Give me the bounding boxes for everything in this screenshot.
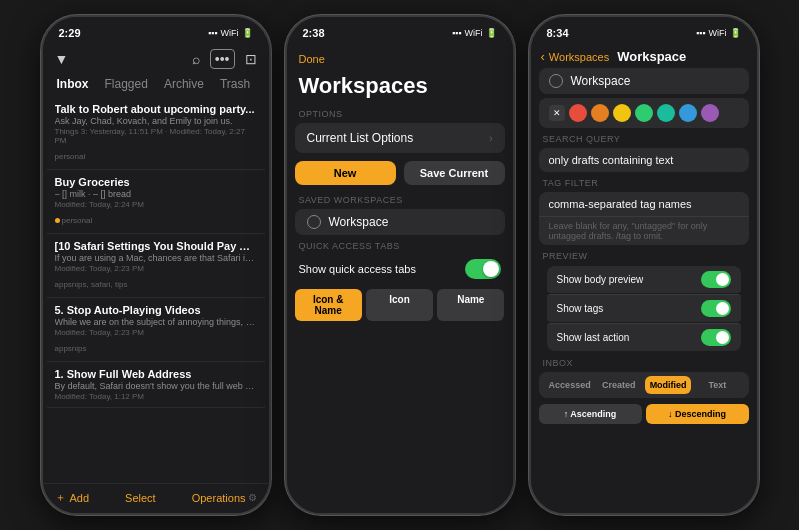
icon-button[interactable]: Icon <box>366 289 433 321</box>
list-item[interactable]: Talk to Robert about upcoming party... A… <box>47 97 265 170</box>
done-button[interactable]: Done <box>299 53 325 65</box>
search-query-input[interactable]: only drafts containing text <box>539 148 749 172</box>
workspace-row[interactable]: Workspace <box>295 209 505 235</box>
screen-3: 8:34 ▪▪▪ WiFi 🔋 ‹ Workspaces Workspace W… <box>531 17 757 513</box>
show-body-toggle[interactable] <box>701 271 731 288</box>
back-button[interactable]: Workspaces <box>549 51 609 63</box>
phone-1: 2:29 ▪▪▪ WiFi 🔋 ▼ ⌕ ••• ⊡ Inbox Flagged … <box>41 15 271 515</box>
filter-icon[interactable]: ▼ <box>55 51 69 67</box>
tab-flagged[interactable]: Flagged <box>99 75 154 93</box>
item-meta: Modified: Today, 2:23 PM <box>55 264 257 273</box>
tag-filter-input[interactable]: comma-separated tag names <box>539 192 749 216</box>
descending-button[interactable]: ↓ Descending <box>646 404 749 424</box>
time-3: 8:34 <box>547 27 569 39</box>
phone2-header: Done <box>287 45 513 69</box>
item-title: Buy Groceries <box>55 176 257 188</box>
compose-icon[interactable]: ⊡ <box>245 51 257 67</box>
ascending-button[interactable]: ↑ Ascending <box>539 404 642 424</box>
show-tags-label: Show tags <box>557 303 604 314</box>
inbox-tab-created[interactable]: Created <box>596 376 642 394</box>
inbox-tab-text[interactable]: Text <box>694 376 740 394</box>
color-swatch-red[interactable] <box>569 104 587 122</box>
item-title: 5. Stop Auto-Playing Videos <box>55 304 257 316</box>
show-last-action-toggle[interactable] <box>701 329 731 346</box>
save-current-button[interactable]: Save Current <box>404 161 505 185</box>
wifi-icon: WiFi <box>221 28 239 38</box>
item-body: If you are using a Mac, chances are that… <box>55 253 257 263</box>
color-swatch-purple[interactable] <box>701 104 719 122</box>
item-tag: personal <box>55 216 93 225</box>
operations-button[interactable]: Operations ⚙ <box>192 492 257 504</box>
phone1-bottom: ＋ Add Select Operations ⚙ <box>43 483 269 513</box>
icon-name-button[interactable]: Icon & Name <box>295 289 362 321</box>
color-clear-button[interactable]: ✕ <box>549 105 565 121</box>
color-row: ✕ <box>539 98 749 128</box>
color-swatch-blue[interactable] <box>679 104 697 122</box>
tag-filter-hint: Leave blank for any, "untagged" for only… <box>539 216 749 245</box>
tab-trash[interactable]: Trash <box>214 75 256 93</box>
tab-inbox[interactable]: Inbox <box>51 75 95 93</box>
workspace-name-input[interactable]: Workspace <box>571 74 739 88</box>
quick-access-row: Show quick access tabs <box>287 253 513 285</box>
quick-access-section-label: QUICK ACCESS TABS <box>287 237 513 253</box>
item-title: 1. Show Full Web Address <box>55 368 257 380</box>
show-body-row: Show body preview <box>547 266 741 293</box>
battery-icon: 🔋 <box>730 28 741 38</box>
search-icon[interactable]: ⌕ <box>192 51 200 67</box>
more-icon[interactable]: ••• <box>210 49 235 69</box>
item-tag: appsnips, safari, tips <box>55 280 128 289</box>
list-item[interactable]: 1. Show Full Web Address By default, Saf… <box>47 362 265 408</box>
show-tags-row: Show tags <box>547 294 741 322</box>
signal-icon: ▪▪▪ <box>696 28 706 38</box>
new-button[interactable]: New <box>295 161 396 185</box>
item-meta: Modified: Today, 1:12 PM <box>55 392 257 401</box>
item-meta: Modified: Today, 2:24 PM <box>55 200 257 209</box>
list-item[interactable]: 5. Stop Auto-Playing Videos While we are… <box>47 298 265 362</box>
asc-desc-row: ↑ Ascending ↓ Descending <box>531 400 757 428</box>
inbox-tab-accessed[interactable]: Accessed <box>547 376 593 394</box>
tab-archive[interactable]: Archive <box>158 75 210 93</box>
wifi-icon: WiFi <box>709 28 727 38</box>
color-swatch-orange[interactable] <box>591 104 609 122</box>
status-icons-2: ▪▪▪ WiFi 🔋 <box>452 28 497 38</box>
notch-3 <box>594 17 694 39</box>
status-icons-3: ▪▪▪ WiFi 🔋 <box>696 28 741 38</box>
name-button[interactable]: Name <box>437 289 504 321</box>
wifi-icon: WiFi <box>465 28 483 38</box>
back-chevron-icon: ‹ <box>541 49 545 64</box>
new-save-row: New Save Current <box>287 155 513 191</box>
signal-icon: ▪▪▪ <box>208 28 218 38</box>
plus-icon: ＋ <box>55 490 66 505</box>
inbox-section-label: INBOX <box>531 354 757 370</box>
show-tags-toggle[interactable] <box>701 300 731 317</box>
select-button[interactable]: Select <box>125 492 156 504</box>
search-query-section-label: SEARCH QUERY <box>531 130 757 146</box>
inbox-tabs: Accessed Created Modified Text <box>539 372 749 398</box>
current-list-options-row[interactable]: Current List Options › <box>295 123 505 153</box>
list-item[interactable]: [10 Safari Settings You Should Pay At...… <box>47 234 265 298</box>
phone1-tabs: Inbox Flagged Archive Trash <box>43 73 269 97</box>
battery-icon: 🔋 <box>486 28 497 38</box>
phone1-toolbar: ▼ ⌕ ••• ⊡ <box>43 45 269 73</box>
gear-icon: ⚙ <box>248 492 257 503</box>
phone3-screen-title: Workspace <box>617 49 686 64</box>
add-button[interactable]: ＋ Add <box>55 490 90 505</box>
tag-filter-section-label: TAG FILTER <box>531 174 757 190</box>
notch-1 <box>106 17 206 39</box>
item-title: [10 Safari Settings You Should Pay At... <box>55 240 257 252</box>
options-section-label: OPTIONS <box>287 105 513 121</box>
current-list-label: Current List Options <box>307 131 414 145</box>
show-last-action-row: Show last action <box>547 323 741 351</box>
toolbar-icons: ⌕ ••• ⊡ <box>192 49 257 69</box>
phone-3: 8:34 ▪▪▪ WiFi 🔋 ‹ Workspaces Workspace W… <box>529 15 759 515</box>
color-swatch-green[interactable] <box>635 104 653 122</box>
saved-workspaces-label: SAVED WORKSPACES <box>287 191 513 207</box>
color-swatch-teal[interactable] <box>657 104 675 122</box>
item-body: Ask Jay, Chad, Kovach, and Emily to join… <box>55 116 257 126</box>
color-swatch-yellow[interactable] <box>613 104 631 122</box>
quick-access-toggle[interactable] <box>465 259 501 279</box>
item-body: By default, Safari doesn't show you the … <box>55 381 257 391</box>
list-item[interactable]: Buy Groceries – [] milk · – [] bread Mod… <box>47 170 265 234</box>
inbox-tab-modified[interactable]: Modified <box>645 376 691 394</box>
phone3-header: ‹ Workspaces Workspace <box>531 45 757 66</box>
